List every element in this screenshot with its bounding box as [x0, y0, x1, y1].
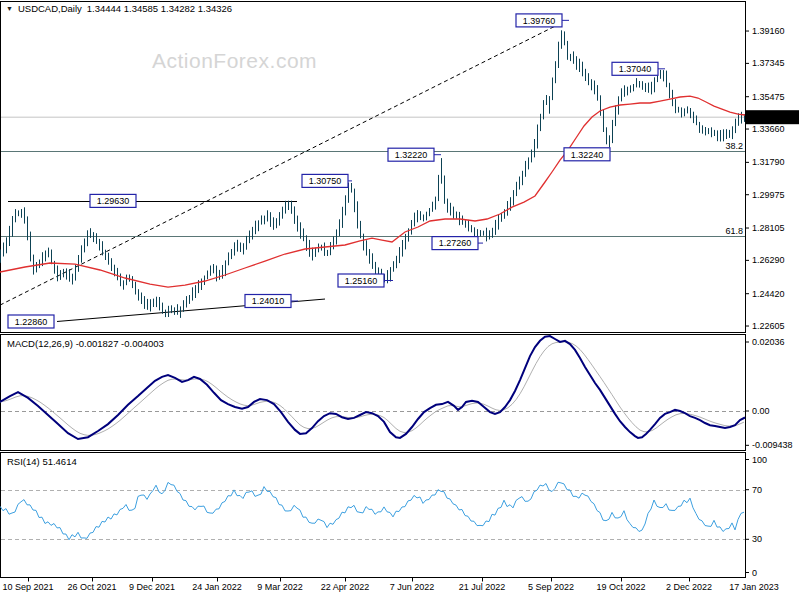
- chart-dropdown-icon[interactable]: ▼: [6, 5, 13, 12]
- rsi-value: 51.4614: [42, 456, 76, 467]
- date-axis-label: 9 Dec 2021: [129, 582, 175, 592]
- price-chart-area[interactable]: [0, 14, 745, 332]
- rsi-axis-tick: 30: [752, 534, 762, 544]
- price-axis-tick: 1.39160: [752, 26, 785, 36]
- rsi-axis-tick: 70: [752, 485, 762, 495]
- date-axis-label: 19 Oct 2022: [596, 582, 645, 592]
- price-axis-tick: 1.22605: [752, 321, 785, 331]
- date-axis-label: 21 Jul 2022: [459, 582, 506, 592]
- trading-chart-window: 38.261.81.397601.370401.322201.322401.30…: [0, 0, 800, 600]
- rsi-name: RSI(14): [7, 456, 40, 467]
- price-axis-tick: 1.24420: [752, 289, 785, 299]
- symbol-timeframe-label: USDCAD,Daily: [18, 3, 82, 14]
- price-axis-tick: 1.33660: [752, 124, 785, 134]
- price-axis-tick: 1.31790: [752, 157, 785, 167]
- date-axis-label: 22 Apr 2022: [321, 582, 370, 592]
- rsi-axis-tick: 100: [752, 455, 767, 465]
- macd-axis-tick: 0.02036: [752, 337, 785, 347]
- rsi-panel-area[interactable]: [0, 453, 745, 577]
- macd-name: MACD(12,26,9): [7, 338, 73, 349]
- price-axis-tick: 1.37345: [752, 58, 785, 68]
- date-axis-label: 9 Mar 2022: [257, 582, 303, 592]
- ohlc-quote-values: 1.34444 1.34585 1.34282 1.34326: [87, 3, 232, 14]
- price-axis-tick: 1.28105: [752, 223, 785, 233]
- macd-values: -0.001827 -0.004003: [76, 338, 164, 349]
- chart-title-bar: ▼ USDCAD,Daily 1.34444 1.34585 1.34282 1…: [6, 3, 232, 14]
- price-axis-tick: 1.29975: [752, 190, 785, 200]
- price-axis-tick: 1.26290: [752, 255, 785, 265]
- date-axis-label: 10 Sep 2021: [2, 582, 53, 592]
- date-axis-label: 17 Jan 2023: [729, 582, 779, 592]
- date-axis-label: 2 Dec 2022: [666, 582, 712, 592]
- rsi-axis-tick: 0: [752, 568, 757, 578]
- macd-indicator-label: MACD(12,26,9) -0.001827 -0.004003: [7, 338, 164, 349]
- macd-panel-area[interactable]: [0, 335, 745, 450]
- date-axis-label: 5 Sep 2022: [528, 582, 574, 592]
- macd-axis-tick: 0.00: [752, 406, 770, 416]
- date-axis-label: 7 Jun 2022: [390, 582, 435, 592]
- date-axis-label: 26 Oct 2021: [67, 582, 116, 592]
- macd-axis-tick: -0.009438: [752, 440, 793, 450]
- rsi-indicator-label: RSI(14) 51.4614: [7, 456, 77, 467]
- price-axis-tick: 1.35475: [752, 92, 785, 102]
- current-price-label: 1.34326: [752, 112, 785, 122]
- date-axis-label: 24 Jan 2022: [192, 582, 242, 592]
